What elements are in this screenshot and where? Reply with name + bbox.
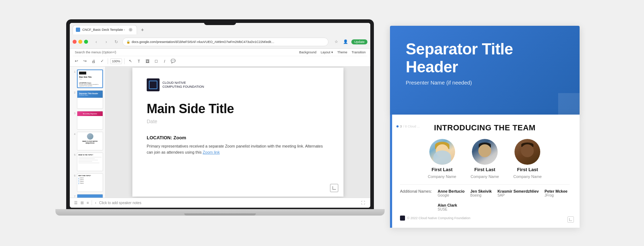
new-tab-button[interactable]: + <box>138 26 146 34</box>
thumb-img-1[interactable]: Main Side Title Date LOCATION: Zoom Prim… <box>77 69 103 88</box>
comment-icon[interactable]: 💬 <box>170 58 177 65</box>
thumbnail-4[interactable]: 4 MAKE CLOUD NATIVE UBIQUITOUS <box>72 132 103 150</box>
slides-toolbar: Search the menus (Option+/) Background L… <box>70 49 370 67</box>
browser-tabs: CNCF_Basic Deck Template - ... × + <box>73 25 367 34</box>
team-corner-diag-icon <box>569 218 572 221</box>
spellcheck-icon[interactable]: ✓ <box>98 58 106 65</box>
zoom-control[interactable]: 100% <box>110 58 122 64</box>
chevron-left-icon[interactable]: ‹ <box>95 201 96 205</box>
menu-background[interactable]: Background <box>297 50 318 55</box>
additional-person-3: Krasmir Semerdzhliev SAP <box>497 189 539 197</box>
thumbnail-1[interactable]: 1 Main Side Title Date LOCATION: Zoom Pr… <box>72 69 103 88</box>
browser-chrome: CNCF_Basic Deck Template - ... × + ‹ › ↻ <box>70 23 370 49</box>
list-icon[interactable]: ≡ <box>87 201 89 205</box>
thumbnail-7[interactable]: 7 INTRODUCING THE TEAM <box>72 194 103 198</box>
logo-line2: COMPUTING FOUNDATION <box>162 85 204 89</box>
lock-icon: 🔒 <box>126 40 130 44</box>
member-2-company: Company Name <box>470 174 499 179</box>
thumb-num-1: 1 <box>72 71 75 73</box>
add-company-2: Boeing <box>470 193 492 197</box>
thumb-img-2[interactable]: Separator Title Header Presenter Name <box>77 90 103 109</box>
team-additional-row: Additional Names: Anne Bertucio Google J… <box>400 184 570 211</box>
maximize-window-button[interactable] <box>84 40 88 44</box>
minimize-window-button[interactable] <box>78 40 82 44</box>
text-icon[interactable]: T <box>135 58 142 65</box>
slide-label: / 8 Cloud ... <box>403 125 420 128</box>
add-name-3: Krasmir Semerdzhliev <box>497 189 539 193</box>
profile-icon[interactable]: 👤 <box>342 38 349 45</box>
update-button[interactable]: Update <box>351 39 367 44</box>
avatar-person3 <box>514 139 540 165</box>
toolbar-divider2 <box>124 58 125 64</box>
additional-person-2: Jen Skeivik Boeing <box>470 189 492 197</box>
fullscreen-icon[interactable]: ⛶ <box>360 199 366 206</box>
browser-tab-active[interactable]: CNCF_Basic Deck Template - ... × <box>73 25 137 34</box>
slides-menu-bar: Search the menus (Option+/) Background L… <box>73 49 367 56</box>
notes-placeholder[interactable]: Click to add speaker notes <box>99 201 357 205</box>
grid-icon[interactable]: ⊞ <box>80 201 84 205</box>
slide-logo: CLOUD NATIVE COMPUTING FOUNDATION <box>147 78 329 91</box>
slides-thumbnails-panel: 1 Main Side Title Date LOCATION: Zoom Pr… <box>70 67 106 198</box>
thumbnail-3[interactable]: 3 Secondary Separator <box>72 111 103 130</box>
back-button[interactable]: ‹ <box>92 38 100 46</box>
slide-main-title: Main Side Title <box>147 101 329 116</box>
slide-location-body: Primary representatives received a separ… <box>147 143 329 156</box>
add-company-5: SUSE <box>438 207 457 211</box>
thumb-img-3[interactable]: Secondary Separator <box>77 111 103 130</box>
forward-button[interactable]: › <box>102 38 110 46</box>
print-icon[interactable]: 🖨 <box>90 58 97 65</box>
logo-box-inner <box>149 81 157 89</box>
menu-layout[interactable]: Layout ▾ <box>319 50 335 55</box>
close-window-button[interactable] <box>73 40 77 44</box>
tab-favicon-icon <box>76 28 80 32</box>
menu-search[interactable]: Search the menus (Option+/) <box>73 50 118 55</box>
avatar-person1 <box>429 139 455 165</box>
tab-close-icon[interactable]: × <box>129 28 132 32</box>
laptop-screen-inner: CNCF_Basic Deck Template - ... × + ‹ › ↻ <box>70 23 370 208</box>
add-name-5: Alan Clark <box>438 203 457 207</box>
add-company-1: Google <box>438 193 464 197</box>
thumbnail-5[interactable]: 5 WHAT IS THE TOPIC? <box>72 153 103 171</box>
team-member-1: First Last Company Name <box>428 139 456 179</box>
thumb-img-5[interactable]: WHAT IS THE TOPIC? <box>77 153 103 171</box>
menu-transition[interactable]: Transition <box>350 50 367 55</box>
separator-presenter: Presenter Name (if needed) <box>406 79 564 86</box>
thumb-img-6[interactable]: WHY THIS TOPIC? Content Content Content … <box>77 173 103 192</box>
badge-dot-icon <box>396 125 399 127</box>
slide-number-badge: 3 / 8 Cloud ... <box>396 125 420 128</box>
url-text: docs.google.com/presentation/d/1bheFSI5A… <box>132 40 275 44</box>
address-bar[interactable]: 🔒 docs.google.com/presentation/d/1bheFSI… <box>122 38 328 46</box>
window-controls <box>73 40 88 44</box>
thumb-sep-sub-2: Presenter Name <box>79 95 101 96</box>
slide-frame[interactable]: CLOUD NATIVE COMPUTING FOUNDATION Main S… <box>132 68 343 197</box>
thumb-img-7[interactable]: INTRODUCING THE TEAM <box>77 194 103 198</box>
additional-person-1: Anne Bertucio Google <box>438 189 464 197</box>
thumbnail-6[interactable]: 6 WHY THIS TOPIC? Content Content Conten… <box>72 173 103 192</box>
thumb-num-7: 7 <box>72 195 75 198</box>
thumb-sep2-title: Secondary Separator <box>83 113 97 115</box>
additional-person-4: Peter Mckee JFrog <box>545 189 567 197</box>
toolbar-divider <box>108 58 108 64</box>
image-icon[interactable]: 🖼 <box>144 58 151 65</box>
slides-canvas: CLOUD NATIVE COMPUTING FOUNDATION Main S… <box>106 67 370 198</box>
team-members-row: First Last Company Name First Last Compa… <box>400 139 570 179</box>
shapes-icon[interactable]: ◻ <box>152 58 160 65</box>
bookmark-icon[interactable]: ☆ <box>333 38 340 45</box>
notes-icon[interactable]: ☰ <box>74 201 78 205</box>
menu-theme[interactable]: Theme <box>336 50 349 55</box>
thumb-img-4[interactable]: MAKE CLOUD NATIVE UBIQUITOUS <box>77 132 103 150</box>
thumbnail-2[interactable]: 2 Separator Title Header Presenter Name <box>72 90 103 109</box>
add-company-3: SAP <box>497 193 539 197</box>
thumb-date-1: Date <box>79 78 101 80</box>
redo-icon[interactable]: ↪ <box>81 58 88 65</box>
browser-controls: ‹ › ↻ 🔒 docs.google.com/presentation/d/1… <box>73 36 367 48</box>
undo-icon[interactable]: ↩ <box>73 58 80 65</box>
team-corner-icon <box>567 216 574 223</box>
laptop-screen-outer: CNCF_Basic Deck Template - ... × + ‹ › ↻ <box>66 19 374 209</box>
cursor-icon[interactable]: ↖ <box>127 58 134 65</box>
member-1-name: First Last <box>431 167 453 172</box>
corner-diag-icon <box>332 186 336 190</box>
zoom-link[interactable]: Zoom link <box>203 150 220 154</box>
reload-button[interactable]: ↻ <box>112 38 120 46</box>
line-icon[interactable]: / <box>161 58 168 65</box>
